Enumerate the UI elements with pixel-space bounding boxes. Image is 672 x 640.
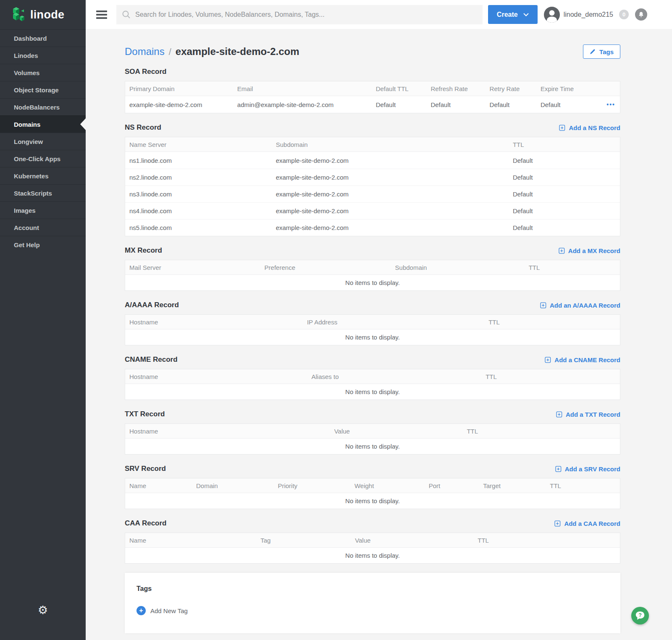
column-header: Name Server [125,141,272,148]
section-txt-record: TXT RecordAdd a TXT RecordHostnameValueT… [125,409,620,455]
section-soa-record: SOA RecordPrimary DomainEmailDefault TTL… [125,66,620,113]
sidebar-item-stackscripts[interactable]: StackScripts [0,184,86,201]
column-header: Name [125,482,192,489]
sidebar-item-nodebalancers[interactable]: NodeBalancers [0,98,86,115]
add-an-a-aaaa-record-link[interactable]: Add an A/AAAA Record [540,302,620,309]
notifications-bell-button[interactable] [635,8,647,21]
section-header: CAA RecordAdd a CAA Record [125,518,620,529]
table-header-row: Primary DomainEmailDefault TTLRefresh Ra… [125,81,620,96]
table-cell: ns1.linode.com [125,157,272,164]
record-table: Mail ServerPreferenceSubdomainTTLNo item… [125,260,620,291]
sidebar-item-one-click-apps[interactable]: One-Click Apps [0,150,86,167]
section-cname-record: CNAME RecordAdd a CNAME RecordHostnameAl… [125,354,620,400]
column-header: Email [233,85,372,92]
search-input[interactable] [135,11,477,18]
column-header: Hostname [125,428,330,435]
pencil-icon [590,49,596,55]
column-header: Name [125,537,256,544]
plus-box-icon [555,466,562,472]
help-button[interactable]: ? [631,607,649,624]
table-cell: Default [426,101,485,108]
table-cell: example-site-demo-2.com [272,174,509,181]
sidebar-item-dashboard[interactable]: Dashboard [0,29,86,47]
sidebar-item-account[interactable]: Account [0,219,86,236]
table-cell: Default [509,191,620,198]
username-label[interactable]: linode_demo215 [564,11,613,18]
column-header: Retry Rate [486,85,536,92]
sidebar-item-label: Account [14,224,39,231]
add-a-srv-record-link[interactable]: Add a SRV Record [555,465,620,473]
add-new-tag-label: Add New Tag [150,607,188,614]
column-header: TTL [481,373,620,380]
column-header: Domain [192,482,273,489]
add-a-mx-record-link[interactable]: Add a MX Record [559,247,620,254]
breadcrumb-domains-link[interactable]: Domains [125,46,165,57]
sidebar-item-object-storage[interactable]: Object Storage [0,81,86,98]
table-cell: example-site-demo-2.com [272,224,509,231]
table-row: ns3.linode.comexample-site-demo-2.comDef… [125,185,620,202]
table-cell: Default [509,157,620,164]
create-button[interactable]: Create [488,5,538,24]
plus-box-icon [556,411,562,418]
column-header: TTL [484,319,620,326]
table-cell: example-site-demo-2.com [272,207,509,214]
table-cell: ns2.linode.com [125,174,272,181]
edit-tags-button[interactable]: Tags [583,44,620,59]
notification-count-badge: 0 [619,10,629,19]
sidebar-item-volumes[interactable]: Volumes [0,64,86,81]
add-a-txt-record-link[interactable]: Add a TXT Record [556,411,620,418]
page-header: Domains / example-site-demo-2.com Tags [125,44,620,59]
table-header-row: NameTagValueTTL [125,533,620,548]
user-avatar[interactable] [544,7,560,23]
search-box[interactable] [116,5,483,24]
add-new-tag-button[interactable]: + Add New Tag [136,606,188,615]
table-header-row: HostnameAliases toTTL [125,369,620,384]
record-table: NameTagValueTTLNo items to display. [125,533,620,564]
sidebar-item-linodes[interactable]: Linodes [0,47,86,64]
empty-table-message: No items to display. [125,329,620,345]
table-row: ns1.linode.comexample-site-demo-2.comDef… [125,152,620,169]
sidebar-item-get-help[interactable]: Get Help [0,236,86,253]
add-link-label: Add a TXT Record [566,411,620,418]
table-cell: example-site-demo-2.com [272,157,509,164]
plus-box-icon [559,125,565,131]
record-table: HostnameIP AddressTTLNo items to display… [125,314,620,345]
table-cell: example-site-demo-2.com [272,191,509,198]
topbar: Create linode_demo215 0 [86,0,672,29]
section-title: TXT Record [125,410,165,418]
add-a-caa-record-link[interactable]: Add a CAA Record [554,520,620,527]
table-header-row: NameDomainPriorityWeightPortTargetTTL [125,478,620,493]
column-header: Default TTL [372,85,427,92]
record-table: Name ServerSubdomainTTLns1.linode.comexa… [125,137,620,236]
add-a-ns-record-link[interactable]: Add a NS Record [559,124,620,131]
add-link-label: Add a CAA Record [564,520,620,527]
linode-logo[interactable]: linode [0,0,86,29]
page-title: example-site-demo-2.com [176,46,299,57]
table-header-row: Name ServerSubdomainTTL [125,137,620,152]
sidebar-item-longview[interactable]: Longview [0,133,86,150]
row-action-menu-button[interactable]: ••• [606,101,615,108]
sidebar-item-label: NodeBalancers [14,104,60,111]
sidebar-item-label: Images [14,207,36,214]
column-header: Priority [273,482,350,489]
settings-gear-icon[interactable]: ⚙ [0,604,86,616]
tags-panel: Tags + Add New Tag [125,573,620,633]
column-header: TTL [546,482,620,489]
section-header: TXT RecordAdd a TXT Record [125,409,620,420]
column-header: Weight [350,482,425,489]
hamburger-menu-icon[interactable] [96,10,107,19]
column-header: Refresh Rate [426,85,485,92]
sidebar-item-kubernetes[interactable]: Kubernetes [0,167,86,184]
plus-box-icon [559,248,565,254]
sidebar-item-label: Get Help [14,241,40,248]
empty-table-message: No items to display. [125,548,620,563]
chevron-down-icon [523,13,529,16]
add-a-cname-record-link[interactable]: Add a CNAME Record [545,356,620,363]
section-title: CNAME Record [125,355,178,364]
column-header: Hostname [125,319,303,326]
sidebar-item-domains[interactable]: Domains [0,115,86,133]
tags-button-label: Tags [599,48,614,55]
plus-circle-icon: + [136,606,146,615]
section-header: CNAME RecordAdd a CNAME Record [125,354,620,365]
sidebar-item-images[interactable]: Images [0,201,86,219]
